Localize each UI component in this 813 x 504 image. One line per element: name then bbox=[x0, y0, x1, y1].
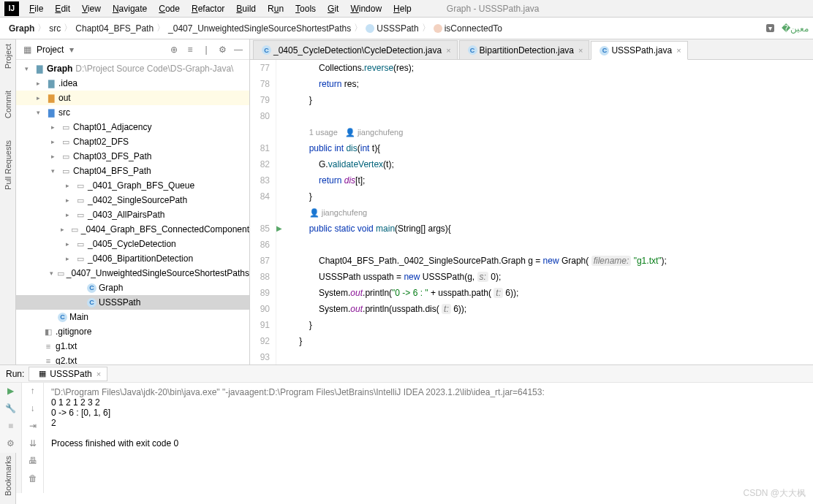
editor: C_0405_CycleDetection\CycleDetection.jav… bbox=[250, 39, 813, 364]
dropdown-icon[interactable]: ▾ bbox=[66, 44, 77, 56]
project-panel-title: Project bbox=[37, 45, 64, 55]
window-title: Graph - USSSPath.java bbox=[447, 4, 540, 14]
crumb-pkg[interactable]: Chapt04_BFS_Path bbox=[71, 22, 158, 35]
softwrap-icon[interactable]: ⇥ bbox=[29, 421, 37, 431]
rerun-icon[interactable]: ▶ bbox=[7, 386, 14, 396]
run-label: Run: bbox=[6, 369, 24, 379]
project-tree: ▾▇GraphD:\Project Source Code\DS-Graph-J… bbox=[16, 60, 249, 364]
run-tab[interactable]: ▦USSSPath× bbox=[29, 367, 107, 381]
run-toolbar-right: ↑ ↓ ⇥ ⇊ 🖶 🗑 bbox=[22, 383, 44, 493]
line-numbers: 77787980 81828384 858687888990919293 bbox=[250, 60, 276, 364]
dump-icon[interactable]: ⚙ bbox=[7, 438, 15, 448]
tree-sub-3[interactable]: ▸▭_0403_AllPairsPath bbox=[16, 207, 249, 222]
tree-sub-6[interactable]: ▸▭_0406_BipartitionDetection bbox=[16, 251, 249, 266]
crumb-graph[interactable]: Graph bbox=[4, 22, 39, 35]
tree-main[interactable]: CMain bbox=[16, 310, 249, 324]
run-panel: Run: ▦USSSPath× ▶ 🔧 ■ ⚙ 📷 ▣ ↑ ↓ ⇥ ⇊ 🖶 🗑 … bbox=[0, 364, 813, 493]
config-icon[interactable]: 🔧 bbox=[5, 403, 16, 413]
menu-run[interactable]: Run bbox=[262, 1, 290, 16]
menu-window[interactable]: Window bbox=[344, 1, 387, 16]
menu-refactor[interactable]: Refactor bbox=[186, 1, 230, 16]
settings-icon[interactable]: ⚙ bbox=[216, 44, 228, 56]
hide-icon[interactable]: — bbox=[232, 44, 244, 56]
tool-bookmarks[interactable]: Bookmarks bbox=[4, 456, 12, 496]
crumb-src[interactable]: src bbox=[45, 22, 65, 35]
tree-root[interactable]: ▾▇GraphD:\Project Source Code\DS-Graph-J… bbox=[16, 61, 249, 76]
project-panel: ▦ Project ▾ ⊕ ≡ | ⚙ — ▾▇GraphD:\Project … bbox=[16, 39, 250, 364]
project-view-icon[interactable]: ▦ bbox=[21, 44, 33, 56]
tree-g1[interactable]: ≡g1.txt bbox=[16, 339, 249, 354]
tree-g2[interactable]: ≡g2.txt bbox=[16, 354, 249, 364]
run-icon[interactable]: ▶ bbox=[276, 221, 290, 237]
tool-project[interactable]: Project bbox=[4, 44, 12, 69]
search-icon[interactable]: �معين bbox=[782, 23, 809, 34]
bottom-tool-strip: Bookmarks bbox=[0, 453, 16, 504]
main-menu: File Edit View Navigate Code Refactor Bu… bbox=[23, 1, 417, 16]
stop-icon[interactable]: ■ bbox=[8, 421, 13, 431]
code-area[interactable]: 77787980 81828384 858687888990919293 ▶ C… bbox=[250, 60, 813, 364]
main-layout: Project Commit Pull Requests ▦ Project ▾… bbox=[0, 39, 813, 364]
crumb-class[interactable]: USSSPath bbox=[361, 22, 423, 35]
tree-class-ussspath[interactable]: CUSSSPath bbox=[16, 295, 249, 310]
crumb-subpkg[interactable]: _0407_UnweightedSingleSourceShortestPath… bbox=[164, 22, 355, 35]
close-icon[interactable]: × bbox=[578, 46, 583, 55]
tab-cycledetection[interactable]: C_0405_CycleDetection\CycleDetection.jav… bbox=[253, 40, 458, 59]
watermark: CSDN @大大枫 bbox=[743, 487, 806, 500]
tree-sub-4[interactable]: ▸▭_0404_Graph_BFS_ConnectedComponent bbox=[16, 222, 249, 237]
tree-out[interactable]: ▸▇out bbox=[16, 91, 249, 105]
scroll-icon[interactable]: ⇊ bbox=[29, 438, 37, 448]
menu-tools[interactable]: Tools bbox=[290, 1, 322, 16]
tree-pkg-3[interactable]: ▸▭Chapt03_DFS_Path bbox=[16, 149, 249, 164]
up-icon[interactable]: ↑ bbox=[31, 386, 35, 396]
avatar-icon[interactable]: ▾ bbox=[766, 24, 774, 32]
tree-pkg-2[interactable]: ▸▭Chapt02_DFS bbox=[16, 134, 249, 149]
editor-tabs: C_0405_CycleDetection\CycleDetection.jav… bbox=[250, 39, 813, 60]
tree-gitignore[interactable]: ◧.gitignore bbox=[16, 324, 249, 339]
menu-file[interactable]: File bbox=[23, 1, 49, 16]
tab-bipartition[interactable]: CBipartitionDetection.java× bbox=[459, 40, 590, 59]
title-bar: IJ File Edit View Navigate Code Refactor… bbox=[0, 0, 813, 18]
left-tool-strip: Project Commit Pull Requests bbox=[0, 39, 16, 364]
menu-view[interactable]: View bbox=[76, 1, 107, 16]
menu-build[interactable]: Build bbox=[230, 1, 262, 16]
trash-icon[interactable]: 🗑 bbox=[29, 473, 37, 484]
run-panel-header: Run: ▦USSSPath× bbox=[0, 365, 813, 383]
crumb-method[interactable]: isConnectedTo bbox=[429, 22, 507, 35]
tree-class-graph[interactable]: CGraph bbox=[16, 280, 249, 295]
tree-sub-5[interactable]: ▸▭_0405_CycleDetection bbox=[16, 237, 249, 251]
menu-edit[interactable]: Edit bbox=[49, 1, 76, 16]
tool-pull-requests[interactable]: Pull Requests bbox=[4, 140, 12, 190]
console-output[interactable]: "D:\Program Files\Java\jdk-20\bin\java.e… bbox=[44, 383, 813, 493]
app-logo: IJ bbox=[4, 1, 19, 16]
print-icon[interactable]: 🖶 bbox=[29, 456, 37, 466]
code-content[interactable]: Collections.reverse(res); return res; } … bbox=[290, 60, 813, 364]
menu-navigate[interactable]: Navigate bbox=[107, 1, 153, 16]
tool-commit[interactable]: Commit bbox=[4, 91, 12, 118]
close-icon[interactable]: × bbox=[97, 370, 101, 378]
tree-sub-7[interactable]: ▾▭_0407_UnweightedSingleSourceShortestPa… bbox=[16, 266, 249, 280]
tree-src[interactable]: ▾▇src bbox=[16, 105, 249, 120]
run-gutter: ▶ bbox=[276, 60, 290, 364]
select-opened-icon[interactable]: ⊕ bbox=[168, 44, 180, 56]
project-panel-header: ▦ Project ▾ ⊕ ≡ | ⚙ — bbox=[16, 39, 249, 60]
expand-all-icon[interactable]: ≡ bbox=[184, 44, 196, 56]
close-icon[interactable]: × bbox=[446, 46, 450, 55]
divider-icon: | bbox=[200, 44, 212, 56]
navigation-bar: Graph〉 src〉 Chapt04_BFS_Path〉 _0407_Unwe… bbox=[0, 18, 813, 39]
tree-idea[interactable]: ▸▇.idea bbox=[16, 76, 249, 91]
menu-help[interactable]: Help bbox=[387, 1, 417, 16]
down-icon[interactable]: ↓ bbox=[31, 403, 35, 413]
tree-sub-2[interactable]: ▸▭_0402_SingleSourcePath bbox=[16, 193, 249, 207]
menu-git[interactable]: Git bbox=[322, 1, 344, 16]
menu-code[interactable]: Code bbox=[153, 1, 186, 16]
tree-pkg-4[interactable]: ▾▭Chapt04_BFS_Path bbox=[16, 164, 249, 178]
tab-ussspath[interactable]: CUSSSPath.java× bbox=[591, 41, 687, 60]
close-icon[interactable]: × bbox=[676, 46, 681, 55]
tree-sub-1[interactable]: ▸▭_0401_Graph_BFS_Queue bbox=[16, 178, 249, 193]
tree-pkg-1[interactable]: ▸▭Chapt01_Adjacency bbox=[16, 120, 249, 134]
